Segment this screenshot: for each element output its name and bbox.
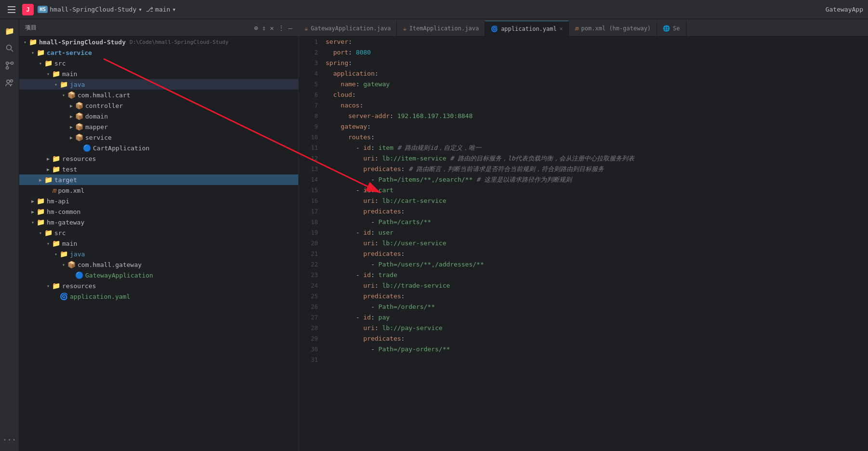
tab-pom-xml[interactable]: m pom.xml (hm-gateway) — [569, 21, 657, 36]
line-numbers: 1 2 3 4 5 6 7 8 9 10 11 12 13 14 15 16 1 — [299, 37, 322, 451]
activity-users-icon[interactable] — [2, 75, 17, 91]
tree-mapper[interactable]: ▶ 📦 mapper — [19, 121, 298, 132]
controller-arrow[interactable]: ▶ — [67, 103, 75, 108]
tree-resources[interactable]: ▶ 📁 resources — [19, 153, 298, 164]
tree-cart-application[interactable]: 🔵 CartApplication — [19, 143, 298, 153]
line-num-5: 5 — [302, 79, 318, 90]
com-hmall-gateway-arrow[interactable]: ▾ — [60, 262, 67, 267]
java-arrow[interactable]: ▾ — [52, 82, 60, 87]
editor-scrollbar[interactable] — [863, 37, 868, 451]
hm-api-arrow[interactable]: ▶ — [29, 199, 37, 204]
tree-pom-xml[interactable]: m pom.xml — [19, 185, 298, 196]
minimize-icon[interactable]: — — [289, 24, 292, 32]
line-num-25: 25 — [302, 291, 318, 302]
tree-hm-common[interactable]: ▶ 📁 hm-common — [19, 206, 298, 217]
tab-application-yaml[interactable]: 🌀 application.yaml ✕ — [485, 21, 569, 36]
tree-hm-gateway-resources[interactable]: ▾ 📁 resources — [19, 280, 298, 291]
hm-gateway-resources-arrow[interactable]: ▾ — [44, 283, 52, 289]
tree-cart-service[interactable]: ▾ 📁 cart-service — [19, 47, 298, 58]
application-yaml-label: application.yaml — [70, 293, 130, 300]
com-hmall-cart-arrow[interactable]: ▾ — [60, 93, 67, 98]
hamburger-menu[interactable] — [5, 3, 18, 16]
tab-item-java[interactable]: ☕ ItemApplication.java — [397, 21, 485, 36]
code-line-29: predicates: — [326, 333, 859, 344]
hm-common-arrow[interactable]: ▶ — [29, 209, 37, 214]
tab-bar: ☕ GatewayApplication.java ☕ ItemApplicat… — [299, 19, 868, 37]
tab-item-java-label: ItemApplication.java — [409, 25, 479, 32]
line-num-20: 20 — [302, 238, 318, 249]
tree-hm-api[interactable]: ▶ 📁 hm-api — [19, 196, 298, 206]
line-num-4: 4 — [302, 68, 318, 79]
project-dropdown-icon[interactable]: ▾ — [138, 6, 142, 13]
tree-test[interactable]: ▶ 📁 test — [19, 164, 298, 174]
main-arrow[interactable]: ▾ — [44, 71, 52, 77]
project-selector[interactable]: HS hmall-SpringCloud-Study ▾ — [38, 6, 142, 13]
cart-service-arrow[interactable]: ▾ — [29, 50, 37, 55]
branch-icon: ⎇ — [146, 6, 153, 13]
tree-src[interactable]: ▾ 📁 src — [19, 58, 298, 68]
com-hmall-gateway-icon: 📦 — [67, 261, 76, 268]
package-icon: 📦 — [67, 91, 76, 99]
activity-more-icon[interactable]: ··· — [2, 432, 17, 447]
test-arrow[interactable]: ▶ — [44, 167, 52, 172]
code-line-16: uri: lb://cart-service — [326, 196, 859, 206]
code-content[interactable]: server: port: 8080 spring: application: … — [322, 37, 863, 451]
line-num-22: 22 — [302, 259, 318, 270]
tab-gateway-app-truncated[interactable]: 🌐 Se — [657, 21, 686, 36]
hm-common-label: hm-common — [47, 208, 80, 215]
hm-api-label: hm-api — [47, 198, 69, 205]
java-label: java — [70, 81, 85, 88]
tree-hm-gateway-src[interactable]: ▾ 📁 src — [19, 227, 298, 238]
tree-domain[interactable]: ▶ 📦 domain — [19, 111, 298, 121]
hm-gateway-java-icon: 📁 — [60, 250, 68, 258]
tree-java[interactable]: ▾ 📁 java — [19, 79, 298, 90]
collapse-icon[interactable]: ⇕ — [262, 24, 266, 32]
tree-controller[interactable]: ▶ 📦 controller — [19, 100, 298, 111]
src-folder-icon: 📁 — [44, 59, 53, 67]
tree-com-hmall-cart[interactable]: ▾ 📦 com.hmall.cart — [19, 90, 298, 100]
branch-dropdown-icon[interactable]: ▾ — [172, 6, 176, 13]
svg-line-1 — [11, 50, 13, 52]
activity-search-icon[interactable] — [2, 40, 17, 56]
cart-service-label: cart-service — [47, 49, 92, 56]
tree-service[interactable]: ▶ 📦 service — [19, 132, 298, 143]
code-line-9: gateway: — [326, 121, 859, 132]
tree-root[interactable]: ▾ 📁 hmall-SpringCloud-Study D:\Code\hmal… — [19, 37, 298, 47]
activity-git-icon[interactable] — [2, 58, 17, 73]
hm-gateway-arrow[interactable]: ▾ — [29, 220, 37, 225]
root-arrow[interactable]: ▾ — [21, 40, 29, 45]
hm-gateway-src-label: src — [54, 229, 66, 237]
line-num-23: 23 — [302, 270, 318, 280]
tree-main[interactable]: ▾ 📁 main — [19, 68, 298, 79]
service-arrow[interactable]: ▶ — [67, 135, 75, 140]
tree-com-hmall-gateway[interactable]: ▾ 📦 com.hmall.gateway — [19, 259, 298, 270]
gateway-app-class-icon: 🔵 — [75, 271, 83, 279]
hm-gateway-src-arrow[interactable]: ▾ — [37, 230, 44, 236]
resources-arrow[interactable]: ▶ — [44, 156, 52, 161]
branch-selector[interactable]: ⎇ main ▾ — [146, 6, 176, 13]
add-file-icon[interactable]: ⊕ — [254, 24, 258, 32]
tree-gateway-application[interactable]: 🔵 GatewayApplication — [19, 270, 298, 280]
close-panel-icon[interactable]: ✕ — [270, 24, 274, 32]
line-num-30: 30 — [302, 344, 318, 355]
tree-hm-gateway-main[interactable]: ▾ 📁 main — [19, 238, 298, 249]
tree-application-yaml[interactable]: 🌀 application.yaml — [19, 291, 298, 302]
tab-yaml-label: application.yaml — [501, 26, 557, 32]
domain-arrow[interactable]: ▶ — [67, 114, 75, 119]
tree-hm-gateway-java[interactable]: ▾ 📁 java — [19, 249, 298, 259]
hm-gateway-java-arrow[interactable]: ▾ — [52, 252, 60, 257]
hm-gateway-main-arrow[interactable]: ▾ — [44, 241, 52, 246]
activity-folder-icon[interactable]: 📁 — [2, 23, 17, 39]
resources-folder-icon: 📁 — [52, 155, 60, 162]
tree-hm-gateway[interactable]: ▾ 📁 hm-gateway — [19, 217, 298, 227]
more-options-icon[interactable]: ⋮ — [278, 24, 285, 32]
tab-gateway-java[interactable]: ☕ GatewayApplication.java — [299, 21, 397, 36]
mapper-arrow[interactable]: ▶ — [67, 124, 75, 130]
pom-icon: m — [52, 186, 56, 194]
target-arrow[interactable]: ▶ — [37, 177, 44, 183]
editor-area: ☕ GatewayApplication.java ☕ ItemApplicat… — [299, 19, 868, 451]
code-line-26: - Path=/orders/** — [326, 302, 859, 312]
tab-yaml-close[interactable]: ✕ — [560, 26, 563, 32]
src-arrow[interactable]: ▾ — [37, 61, 44, 66]
tree-target[interactable]: ▶ 📁 target — [19, 174, 298, 185]
